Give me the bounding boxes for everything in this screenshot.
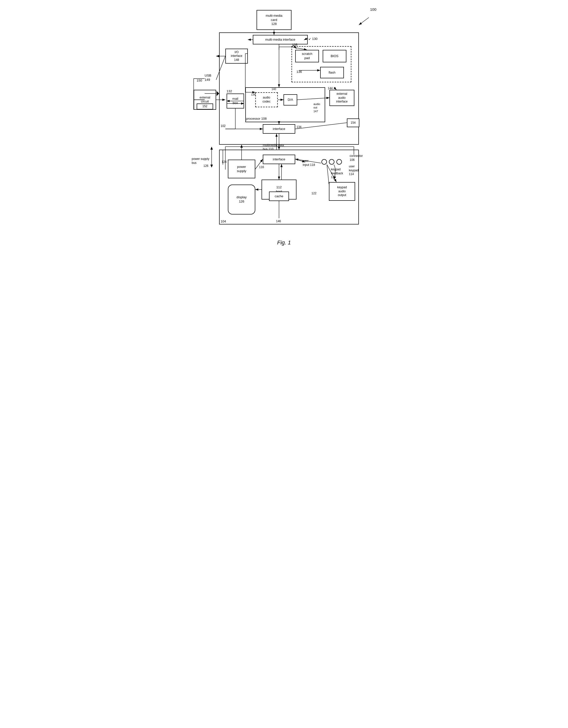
ref-134: 134 [297, 125, 302, 129]
ref-138: 138 [251, 93, 255, 96]
figure-label: Fig. 1 [189, 239, 379, 246]
power-supply-bus-label: power supplybus [192, 157, 209, 165]
ref-116: 116 [259, 165, 264, 169]
ref-135: 135 [292, 43, 298, 47]
ref-136: 136 [297, 70, 302, 74]
audio-codec-box: audiocodec [255, 92, 278, 107]
page-container: 100 multi-mediacard128 multi-media inter… [189, 5, 379, 246]
ref-122: 122 [312, 192, 317, 196]
flash-box: flash [320, 67, 344, 78]
ref-140: 140 [271, 87, 276, 91]
multimedia-interface-box: multi-media interface [253, 35, 308, 44]
usb-label: USB149 [205, 74, 211, 82]
user-input-label: userinput 118 [303, 159, 315, 167]
keypad-feedback-label: keypadfeedback120 [331, 168, 343, 179]
connector-label: connector106 [350, 154, 363, 162]
ref-144: 144 [328, 87, 333, 91]
power-supply-box: powersupply [228, 160, 255, 178]
keypad-audio-box: keypadaudiooutput [329, 182, 355, 201]
da-box: D/A [283, 94, 297, 105]
display-box: display126 [228, 185, 255, 214]
svg-marker-15 [216, 91, 219, 96]
svg-line-51 [359, 17, 369, 25]
ref-146: 146 [276, 219, 281, 223]
multimedia-bus-label: multimedia databus 110 [263, 143, 284, 151]
bios-box: BIOS [323, 50, 347, 62]
svg-marker-43 [240, 145, 243, 148]
user-keypad-label: userkeypad114 [349, 165, 359, 176]
audio-out-label: audioout147 [314, 102, 320, 113]
ref-124: 124 [221, 160, 226, 164]
ref-126-bus: 126 [203, 164, 208, 168]
keypad-circles [322, 159, 342, 165]
ref-102: 102 [220, 124, 225, 128]
interface-116-box: interface [263, 155, 295, 164]
cache-box: cache [269, 192, 289, 201]
box-154: 154 [347, 118, 359, 127]
multimedia-card-box: multi-mediacard128 [256, 10, 292, 30]
external-audio-box: externalaudiointerface [330, 90, 355, 106]
ref-130: ↙ 130 [309, 37, 318, 41]
circuit-152-box: 152 [197, 104, 213, 109]
ref-104: 104 [220, 219, 226, 224]
io-interface-box: I/Ointerface148 [225, 49, 248, 64]
ref-132: 132 [226, 89, 232, 94]
ref-150: 150 [197, 79, 202, 83]
interface-134-box: interface [263, 124, 295, 134]
processor-label: processor 108 [246, 117, 266, 121]
diagram-area: 100 multi-mediacard128 multi-media inter… [189, 5, 379, 234]
svg-marker-38 [210, 165, 213, 168]
mailbox-box: mailbox [226, 94, 244, 108]
scratchpad-box: scratchpad [295, 50, 319, 62]
svg-marker-37 [210, 147, 213, 150]
ref-100-label: 100 [370, 7, 376, 12]
